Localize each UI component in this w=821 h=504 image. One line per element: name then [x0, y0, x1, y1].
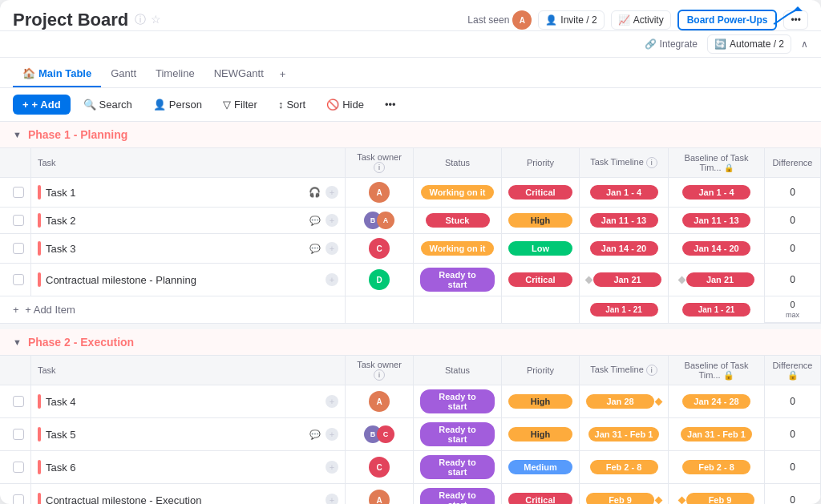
tab-main-table[interactable]: 🏠 Main Table	[13, 61, 101, 87]
priority-badge-7[interactable]: Medium	[508, 460, 572, 474]
checkbox-5[interactable]	[13, 396, 24, 407]
status-cell-2[interactable]: Stuck	[414, 208, 502, 234]
priority-cell-6[interactable]: High	[502, 418, 580, 451]
diff-cell-5: 0	[765, 385, 821, 418]
task-name-cell-2: Task 2 💬 +	[31, 208, 346, 234]
add-icon-4[interactable]: +	[326, 273, 338, 286]
status-badge-1[interactable]: Working on it	[421, 185, 493, 200]
activity-button[interactable]: 📈 Activity	[611, 10, 671, 30]
status-cell-6[interactable]: Ready to start	[414, 418, 502, 451]
sort-button[interactable]: ↕ Sort	[270, 95, 313, 115]
collapse-icon[interactable]: ∧	[801, 38, 808, 50]
more-toolbar-icon: •••	[385, 99, 396, 111]
info-icon[interactable]: ⓘ	[135, 13, 146, 27]
priority-badge-2[interactable]: High	[508, 213, 572, 228]
owner-cell-6: B C	[346, 418, 414, 451]
person-label: Person	[169, 99, 202, 111]
tab-add-button[interactable]: +	[273, 62, 293, 87]
filter-button[interactable]: ▽ Filter	[215, 95, 265, 115]
status-cell-3[interactable]: Working on it	[414, 234, 502, 264]
status-badge-4[interactable]: Ready to start	[420, 268, 495, 292]
add-icon-8[interactable]: +	[326, 494, 338, 504]
checkbox-1[interactable]	[13, 187, 24, 198]
status-cell-4[interactable]: Ready to start	[414, 264, 502, 296]
person-filter-button[interactable]: 👤 Person	[145, 95, 210, 115]
checkbox-4[interactable]	[13, 274, 24, 285]
col-task-1: Task	[31, 148, 346, 178]
status-cell-5[interactable]: Ready to start	[414, 385, 502, 418]
add-icon-6[interactable]: +	[326, 428, 338, 441]
add-icon-5[interactable]: +	[326, 395, 338, 408]
tab-newgantt[interactable]: NEWGantt	[204, 61, 273, 87]
board-powerups-button[interactable]: Board Power-Ups	[677, 10, 778, 30]
priority-badge-5[interactable]: High	[508, 394, 572, 409]
tab-main-table-label: Main Table	[38, 67, 91, 79]
chevron-down-icon-2[interactable]: ▼	[13, 337, 22, 347]
add-icon-3[interactable]: +	[326, 242, 338, 255]
add-item-empty-1b	[414, 296, 502, 324]
phase-bar-8	[38, 493, 41, 504]
status-badge-5[interactable]: Ready to start	[420, 389, 495, 413]
chevron-down-icon[interactable]: ▼	[13, 130, 22, 139]
add-icon-1[interactable]: +	[326, 186, 338, 199]
status-badge-8[interactable]: Ready to start	[420, 488, 495, 504]
hide-button[interactable]: 🚫 Hide	[318, 95, 372, 115]
checkbox-3[interactable]	[13, 243, 24, 254]
checkbox-2[interactable]	[13, 215, 24, 226]
summary-diff-1: 0max	[765, 296, 821, 324]
status-cell-1[interactable]: Working on it	[414, 178, 502, 208]
priority-badge-8[interactable]: Critical	[508, 493, 572, 504]
more-toolbar-button[interactable]: •••	[377, 95, 404, 115]
timeline-cell-1[interactable]: Jan 1 - 4	[580, 178, 669, 208]
info-icon-owner[interactable]: i	[374, 162, 385, 173]
search-button[interactable]: 🔍 Search	[75, 95, 140, 115]
tab-gantt[interactable]: Gantt	[101, 61, 146, 87]
comment-icon-2[interactable]: 💬	[309, 216, 321, 226]
integrate-button[interactable]: 🔗 Integrate	[645, 38, 698, 50]
automate-button[interactable]: 🔄 Automate / 2	[707, 34, 791, 54]
checkbox-8[interactable]	[13, 494, 24, 504]
info-icon-timeline-2[interactable]: i	[646, 365, 657, 376]
status-badge-2[interactable]: Stuck	[426, 213, 490, 228]
add-button[interactable]: + + Add	[13, 95, 71, 115]
priority-cell-2[interactable]: High	[502, 208, 580, 234]
tab-timeline[interactable]: Timeline	[146, 61, 204, 87]
priority-cell-3[interactable]: Low	[502, 234, 580, 264]
priority-cell-1[interactable]: Critical	[502, 178, 580, 208]
summary-max-1: max	[786, 311, 799, 319]
info-icon-timeline[interactable]: i	[646, 157, 657, 168]
phase-1-body: ▼ Phase 1 - Planning Task Task owner i S…	[0, 122, 821, 504]
checkbox-7[interactable]	[13, 462, 24, 473]
priority-badge-3[interactable]: Low	[508, 241, 572, 256]
priority-cell-5[interactable]: High	[502, 385, 580, 418]
timeline-cell-4: Jan 21	[580, 264, 669, 296]
priority-cell-7[interactable]: Medium	[502, 451, 580, 484]
baseline-badge-8: Feb 9	[686, 493, 754, 504]
info-icon-owner-2[interactable]: i	[374, 369, 385, 381]
timeline-badge-3: Jan 14 - 20	[590, 241, 658, 256]
add-item-cell-1[interactable]: + + Add Item	[0, 296, 346, 324]
checkbox-6[interactable]	[13, 429, 24, 440]
owner-avatar-6b: C	[377, 425, 394, 443]
priority-cell-4[interactable]: Critical	[502, 264, 580, 296]
status-cell-8[interactable]: Ready to start	[414, 484, 502, 505]
status-badge-7[interactable]: Ready to start	[420, 455, 495, 479]
priority-badge-1[interactable]: Critical	[508, 185, 572, 200]
add-icon-2[interactable]: +	[326, 214, 338, 227]
add-icon-7[interactable]: +	[326, 461, 338, 474]
add-item-row-1[interactable]: + + Add Item Jan 1 - 21 Jan 1 - 21 0max	[0, 296, 821, 324]
status-badge-6[interactable]: Ready to start	[420, 422, 495, 446]
col-check-2	[0, 356, 31, 385]
comment-icon-3[interactable]: 💬	[309, 244, 321, 254]
sort-label: Sort	[286, 99, 305, 111]
status-cell-7[interactable]: Ready to start	[414, 451, 502, 484]
status-badge-3[interactable]: Working on it	[421, 241, 493, 256]
priority-badge-4[interactable]: Critical	[508, 272, 572, 287]
priority-cell-8[interactable]: Critical	[502, 484, 580, 505]
comment-icon-6[interactable]: 💬	[309, 429, 321, 440]
priority-badge-6[interactable]: High	[508, 427, 572, 442]
phase-bar-5	[38, 394, 41, 409]
task-name-4: Contractual milestone - Planning	[46, 274, 321, 286]
star-icon[interactable]: ☆	[151, 13, 161, 27]
invite-button[interactable]: 👤 Invite / 2	[538, 10, 604, 30]
